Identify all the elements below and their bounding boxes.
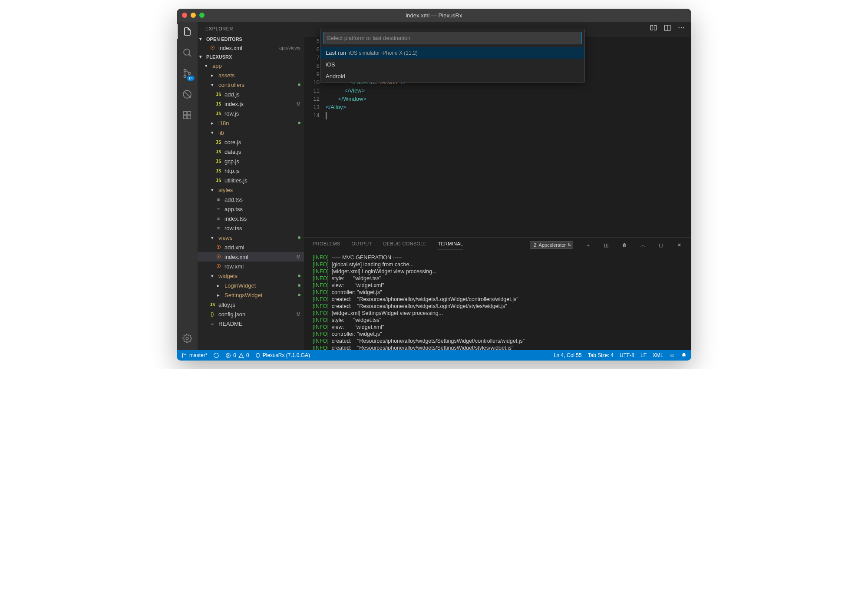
terminal-output[interactable]: [INFO] ----- MVC GENERATION -----[INFO] … bbox=[304, 252, 691, 350]
bottom-panel: PROBLEMS OUTPUT DEBUG CONSOLE TERMINAL 2… bbox=[304, 237, 691, 350]
explorer-icon[interactable] bbox=[182, 26, 193, 37]
file-item[interactable]: ≡add.tss bbox=[198, 195, 304, 204]
kill-terminal-icon[interactable]: 🗑 bbox=[621, 242, 628, 248]
settings-gear-icon[interactable] bbox=[182, 333, 193, 344]
split-terminal-icon[interactable]: ◫ bbox=[603, 242, 610, 248]
folder-item[interactable]: ▾lib bbox=[198, 128, 304, 137]
folder-item[interactable]: ▸LoginWidget bbox=[198, 281, 304, 290]
svg-point-3 bbox=[188, 73, 191, 75]
file-item[interactable]: ≡index.tss bbox=[198, 214, 304, 223]
palette-option[interactable]: iOS bbox=[320, 59, 584, 70]
file-item[interactable]: JSadd.js bbox=[198, 89, 304, 99]
file-item[interactable]: ≡README bbox=[198, 319, 304, 328]
activity-bar: 14 bbox=[177, 22, 198, 350]
svg-rect-7 bbox=[188, 116, 191, 119]
file-item[interactable]: JSrow.js bbox=[198, 109, 304, 118]
close-panel-icon[interactable]: ✕ bbox=[676, 242, 683, 248]
folder-item[interactable]: ▾styles bbox=[198, 185, 304, 195]
extensions-icon[interactable] bbox=[182, 109, 193, 121]
split-editor-icon[interactable] bbox=[663, 24, 671, 33]
vscode-window: index.xml — PlexusRx 14 bbox=[177, 9, 691, 361]
explorer-sidebar: EXPLORER ▾OPEN EDITORS ⦿index.xmlapp/vie… bbox=[198, 22, 304, 350]
notifications-icon[interactable] bbox=[681, 352, 687, 358]
folder-item[interactable]: ▾app bbox=[198, 61, 304, 70]
scm-badge: 14 bbox=[187, 76, 195, 81]
tab-debug-console[interactable]: DEBUG CONSOLE bbox=[383, 241, 427, 249]
svg-point-2 bbox=[184, 76, 186, 78]
open-editors-section[interactable]: ▾OPEN EDITORS bbox=[198, 35, 304, 43]
file-item[interactable]: JSalloy.js bbox=[198, 300, 304, 309]
file-item[interactable]: JSdata.js bbox=[198, 147, 304, 156]
sync-icon[interactable] bbox=[213, 352, 219, 358]
svg-point-19 bbox=[185, 354, 186, 355]
svg-point-22 bbox=[257, 357, 258, 357]
svg-point-16 bbox=[683, 27, 684, 28]
editor-actions bbox=[650, 24, 685, 33]
debug-icon[interactable] bbox=[182, 89, 193, 100]
svg-point-0 bbox=[184, 49, 190, 55]
source-control-icon[interactable]: 14 bbox=[182, 68, 193, 79]
svg-rect-8 bbox=[188, 112, 191, 115]
file-item[interactable]: JShttp.js bbox=[198, 166, 304, 175]
open-editor-item[interactable]: ⦿index.xmlapp/views bbox=[198, 43, 304, 53]
problems-status[interactable]: 0 0 bbox=[225, 352, 249, 358]
svg-rect-6 bbox=[184, 116, 187, 119]
panel-tab-row: PROBLEMS OUTPUT DEBUG CONSOLE TERMINAL 2… bbox=[304, 238, 691, 252]
svg-rect-11 bbox=[654, 26, 657, 30]
search-icon[interactable] bbox=[182, 47, 193, 58]
tab-problems[interactable]: PROBLEMS bbox=[313, 241, 340, 249]
file-item[interactable]: ⦿row.xml bbox=[198, 261, 304, 271]
svg-point-17 bbox=[182, 353, 183, 354]
file-item[interactable]: JSindex.jsM bbox=[198, 99, 304, 109]
palette-option[interactable]: Android bbox=[320, 70, 584, 82]
maximize-terminal-icon[interactable]: ▢ bbox=[657, 242, 664, 248]
tab-output[interactable]: OUTPUT bbox=[352, 241, 372, 249]
file-item[interactable]: JScore.js bbox=[198, 137, 304, 147]
more-actions-icon[interactable] bbox=[677, 24, 685, 33]
svg-point-18 bbox=[182, 357, 183, 357]
tab-terminal[interactable]: TERMINAL bbox=[438, 241, 463, 249]
file-item[interactable]: JSutilities.js bbox=[198, 175, 304, 185]
folder-item[interactable]: ▸SettingsWidget bbox=[198, 290, 304, 300]
file-item[interactable]: {}config.jsonM bbox=[198, 309, 304, 319]
folder-item[interactable]: ▸i18n bbox=[198, 118, 304, 128]
new-terminal-icon[interactable]: ＋ bbox=[584, 242, 591, 248]
git-branch[interactable]: master* bbox=[181, 352, 207, 358]
project-section[interactable]: ▾PLEXUSRX bbox=[198, 53, 304, 61]
file-item[interactable]: ⦿add.xml bbox=[198, 242, 304, 252]
palette-option[interactable]: Last runiOS simulator iPhone X (11.2) bbox=[320, 47, 584, 59]
folder-item[interactable]: ▾views bbox=[198, 233, 304, 242]
svg-point-14 bbox=[679, 27, 680, 28]
file-item[interactable]: JSgcp.js bbox=[198, 156, 304, 166]
command-palette: Last runiOS simulator iPhone X (11.2)iOS… bbox=[320, 29, 585, 83]
tab-size[interactable]: Tab Size: 4 bbox=[588, 352, 614, 358]
file-item[interactable]: ≡row.tss bbox=[198, 223, 304, 233]
encoding[interactable]: UTF-8 bbox=[620, 352, 634, 358]
language-mode[interactable]: XML bbox=[653, 352, 663, 358]
file-item[interactable]: ⦿index.xmlM bbox=[198, 252, 304, 261]
project-status[interactable]: PlexusRx (7.1.0.GA) bbox=[255, 352, 310, 358]
svg-rect-10 bbox=[650, 26, 653, 30]
titlebar: index.xml — PlexusRx bbox=[177, 9, 691, 22]
open-editors-list: ⦿index.xmlapp/views bbox=[198, 43, 304, 53]
eol[interactable]: LF bbox=[640, 352, 647, 358]
svg-point-15 bbox=[681, 27, 682, 28]
svg-rect-5 bbox=[184, 112, 187, 115]
cursor-position[interactable]: Ln 4, Col 55 bbox=[554, 352, 582, 358]
file-item[interactable]: ≡app.tss bbox=[198, 204, 304, 214]
status-bar: master* 0 0 PlexusRx (7.1.0.GA) Ln 4, Co… bbox=[177, 350, 691, 361]
file-tree: ▾app▸assets▾controllersJSadd.jsJSindex.j… bbox=[198, 61, 304, 350]
svg-point-9 bbox=[186, 337, 188, 340]
folder-item[interactable]: ▾controllers bbox=[198, 80, 304, 89]
collapse-terminal-icon[interactable]: ︿ bbox=[639, 242, 646, 248]
terminal-picker[interactable]: 2: Appcelerator bbox=[530, 241, 573, 249]
palette-input[interactable] bbox=[323, 32, 582, 44]
folder-item[interactable]: ▾widgets bbox=[198, 271, 304, 281]
folder-item[interactable]: ▸assets bbox=[198, 70, 304, 80]
svg-point-1 bbox=[184, 70, 186, 72]
window-title: index.xml — PlexusRx bbox=[177, 12, 691, 19]
feedback-icon[interactable]: ☺ bbox=[670, 352, 675, 358]
sidebar-title: EXPLORER bbox=[198, 22, 304, 35]
compare-icon[interactable] bbox=[650, 24, 657, 33]
